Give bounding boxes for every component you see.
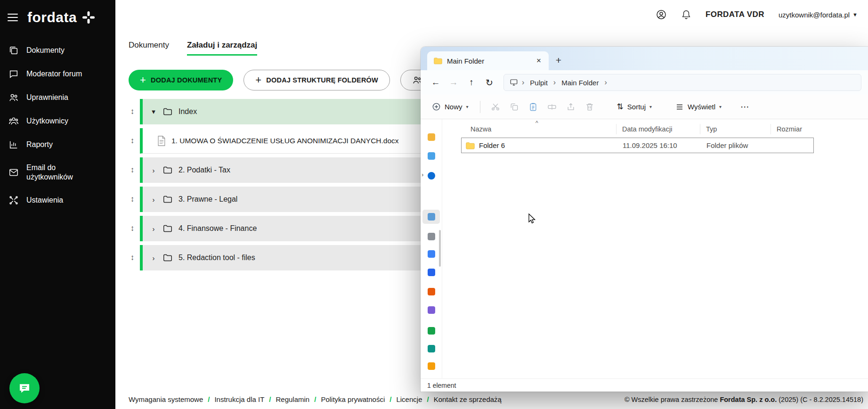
explorer-titlebar[interactable]: Main Folder × +: [421, 47, 868, 70]
topbar: FORDATA VDR uzytkownik@fordata.pl ▼: [115, 0, 868, 29]
drive-icon[interactable]: [428, 327, 435, 335]
arrow-left-icon: ←: [431, 77, 440, 87]
downloads-folder-icon[interactable]: [428, 233, 435, 240]
support-contact-button[interactable]: [656, 9, 667, 20]
new-tab-button[interactable]: +: [551, 52, 567, 68]
footer-link[interactable]: Kontakt ze sprzedażą: [434, 395, 502, 403]
more-options-button[interactable]: ⋯: [738, 98, 752, 115]
add-folder-structure-button[interactable]: + DODAJ STRUKTURĘ FOLDERÓW: [243, 70, 390, 90]
sidebar-item-label: Użytkownicy: [26, 116, 68, 126]
documents-folder-icon[interactable]: [428, 250, 435, 258]
folder-row-label: 3. Prawne - Legal: [178, 195, 237, 204]
file-name-text: Folder 6: [479, 141, 505, 149]
column-header-type[interactable]: Typ: [700, 124, 771, 134]
chat-widget-button[interactable]: [9, 373, 40, 403]
folder-icon: [162, 106, 173, 117]
footer: Wymagania systemowe/ Instrukcja dla IT/ …: [129, 395, 863, 403]
rename-button[interactable]: [544, 99, 560, 115]
delete-button[interactable]: [582, 99, 597, 115]
slash-separator: /: [208, 395, 210, 403]
slash-separator: /: [427, 395, 429, 403]
share-button[interactable]: [563, 99, 578, 115]
tab-dokumenty[interactable]: Dokumenty: [129, 41, 169, 56]
copy-button[interactable]: [507, 99, 522, 115]
chevron-down-icon[interactable]: ▾: [150, 107, 157, 116]
home-icon[interactable]: [428, 133, 435, 141]
bell-icon: [681, 9, 691, 20]
chevron-right-icon[interactable]: ›: [150, 254, 157, 262]
file-row-selected[interactable]: Folder 6 11.09.2025 16:10 Folder plików: [461, 138, 814, 153]
add-documents-button[interactable]: + DODAJ DOKUMENTY: [129, 70, 233, 90]
plus-icon: +: [140, 75, 146, 85]
onedrive-icon[interactable]: [428, 172, 435, 180]
settings-icon: [8, 195, 19, 205]
hamburger-menu-button[interactable]: [8, 11, 18, 24]
cut-button[interactable]: [488, 99, 503, 115]
drive-icon[interactable]: [428, 345, 435, 352]
sort-button[interactable]: ⇅ Sortuj ▾: [613, 99, 656, 115]
desktop-folder-icon[interactable]: [428, 213, 435, 221]
footer-link[interactable]: Regulamin: [276, 395, 309, 403]
copyright-text: © Wszelkie prawa zastrzeżone Fordata Sp.…: [625, 396, 863, 403]
sidebar-item-moderator-forum[interactable]: Moderator forum: [0, 62, 115, 86]
pictures-folder-icon[interactable]: [428, 269, 435, 276]
breadcrumb-main-folder[interactable]: Main Folder: [560, 78, 600, 88]
explorer-tab[interactable]: Main Folder ×: [427, 51, 549, 70]
sidebar-item-email[interactable]: Email do użytkowników: [0, 156, 115, 188]
explorer-file-list: ^ Nazwa Data modyfikacji Typ Rozmiar Fol…: [442, 119, 868, 378]
drag-handle-icon[interactable]: ↕: [129, 99, 136, 124]
sidebar-item-ustawienia[interactable]: Ustawienia: [0, 188, 115, 212]
vdr-brand-title: FORDATA VDR: [706, 10, 764, 19]
sidebar-item-dokumenty[interactable]: Dokumenty: [0, 39, 115, 62]
forward-button[interactable]: →: [445, 74, 462, 91]
address-bar[interactable]: › Pulpit › Main Folder ›: [503, 74, 861, 91]
drag-handle-icon[interactable]: ↕: [129, 187, 136, 212]
music-folder-icon[interactable]: [428, 288, 435, 295]
tab-zaladuj-i-zarzadzaj[interactable]: Załaduj i zarządzaj: [187, 41, 257, 56]
chat-bubble-icon: [17, 381, 32, 395]
user-menu[interactable]: uzytkownik@fordata.pl ▼: [779, 11, 858, 19]
column-header-size[interactable]: Rozmiar: [771, 124, 827, 134]
refresh-button[interactable]: ↻: [481, 74, 498, 91]
drag-handle-icon[interactable]: ↕: [129, 216, 136, 241]
column-header-name[interactable]: Nazwa: [461, 124, 617, 134]
chevron-right-icon[interactable]: ›: [150, 196, 157, 204]
sidebar-scrollbar[interactable]: [439, 230, 441, 267]
sidebar-item-uprawnienia[interactable]: Uprawnienia: [0, 86, 115, 109]
gallery-icon[interactable]: [428, 152, 435, 160]
fordata-logo: fordata: [27, 9, 96, 25]
drag-handle-icon[interactable]: ↕: [129, 157, 136, 183]
breadcrumb-pulpit[interactable]: Pulpit: [528, 78, 550, 88]
view-label: Wyświetl: [688, 103, 715, 111]
chevron-down-icon: ▾: [466, 104, 469, 109]
paste-button[interactable]: [526, 99, 541, 115]
column-header-modified[interactable]: Data modyfikacji: [617, 124, 700, 134]
document-file-icon: [157, 136, 166, 146]
footer-link[interactable]: Licencje: [396, 395, 422, 403]
footer-link[interactable]: Polityka prywatności: [321, 395, 385, 403]
up-button[interactable]: ↑: [463, 74, 480, 91]
folder-icon: [434, 57, 442, 65]
users-icon: [8, 116, 19, 126]
chevron-right-icon[interactable]: ›: [150, 166, 157, 174]
folder-row-label: 5. Redaction tool - files: [178, 254, 255, 262]
drag-handle-icon[interactable]: ↕: [129, 245, 136, 270]
new-item-button[interactable]: Nowy ▾: [428, 99, 472, 114]
folder-icon[interactable]: [428, 362, 435, 370]
sidebar-item-label: Email do użytkowników: [26, 163, 97, 182]
chevron-right-icon[interactable]: ›: [422, 171, 423, 178]
footer-link[interactable]: Instrukcja dla IT: [214, 395, 264, 403]
sidebar-item-raporty[interactable]: Raporty: [0, 133, 115, 156]
user-email-text: uzytkownik@fordata.pl: [779, 11, 850, 19]
drag-handle-icon[interactable]: ↕: [129, 128, 136, 154]
sidebar-item-uzytkownicy[interactable]: Użytkownicy: [0, 109, 115, 133]
tab-close-button[interactable]: ×: [533, 55, 545, 67]
view-button[interactable]: Wyświetl ▾: [672, 100, 725, 114]
footer-link[interactable]: Wymagania systemowe: [129, 395, 203, 403]
explorer-navbar: ← → ↑ ↻ › Pulpit › Main Folder ›: [421, 70, 868, 95]
folder-icon: [162, 165, 173, 175]
back-button[interactable]: ←: [427, 74, 444, 91]
videos-folder-icon[interactable]: [428, 306, 435, 314]
chevron-right-icon[interactable]: ›: [150, 225, 157, 233]
notifications-button[interactable]: [681, 9, 691, 20]
